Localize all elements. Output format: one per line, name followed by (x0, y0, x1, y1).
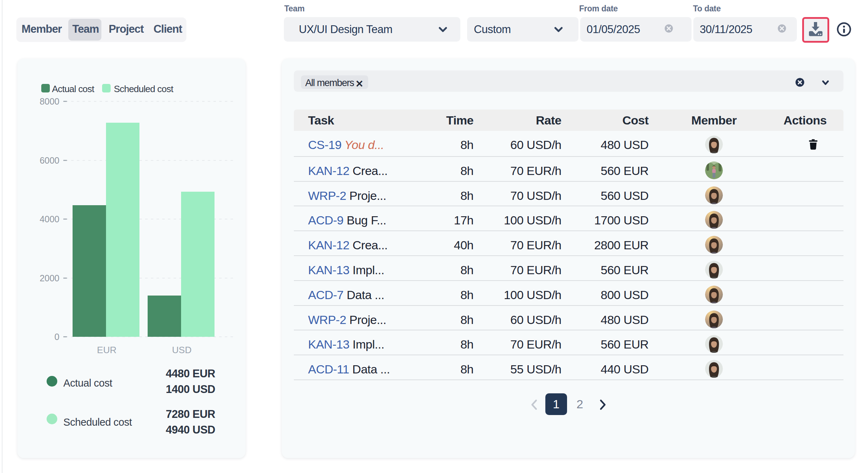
svg-text:6000: 6000 (39, 155, 59, 165)
svg-text:USD: USD (172, 345, 192, 355)
svg-text:4000: 4000 (39, 214, 59, 224)
svg-text:8000: 8000 (39, 96, 59, 106)
svg-text:0: 0 (54, 332, 59, 342)
svg-text:EUR: EUR (97, 345, 117, 355)
svg-text:2000: 2000 (39, 273, 59, 283)
